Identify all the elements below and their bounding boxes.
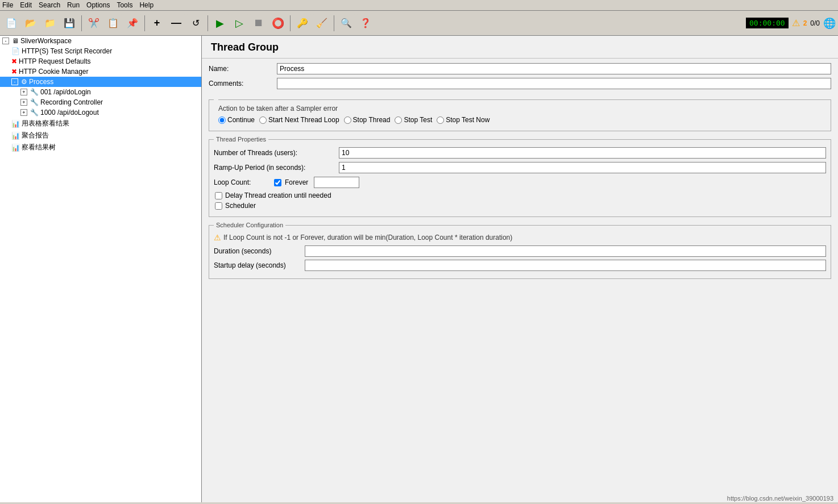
tree-result-label: 察看结果树 bbox=[22, 143, 56, 152]
expand-recording[interactable]: + bbox=[20, 99, 27, 106]
tree-item-table[interactable]: 📊 用表格察看结果 bbox=[0, 118, 201, 130]
duration-row: Duration (seconds) bbox=[214, 245, 826, 257]
menu-options[interactable]: Options bbox=[86, 1, 110, 9]
toolbar: 📄 📂 📁 💾 ✂️ 📋 📌 + — ↺ ▶ ▷ ⏹ ⭕ 🔑 🧹 🔍 ❓ 00:… bbox=[0, 11, 838, 36]
scheduler-note: ⚠ If Loop Count is not -1 or Forever, du… bbox=[214, 233, 826, 242]
tree-item-aggregate[interactable]: 📊 聚合报告 bbox=[0, 130, 201, 141]
expand-process[interactable]: - bbox=[11, 78, 18, 85]
startup-delay-label: Startup delay (seconds) bbox=[214, 261, 305, 269]
reset-button[interactable]: ↺ bbox=[186, 14, 205, 32]
copy-button[interactable]: 📋 bbox=[104, 14, 122, 32]
help-button[interactable]: ❓ bbox=[356, 14, 375, 32]
menu-search[interactable]: Search bbox=[39, 1, 60, 9]
comments-input[interactable] bbox=[277, 78, 831, 89]
tree-item-recording[interactable]: + 🔧 Recording Controller bbox=[0, 97, 201, 107]
menu-help[interactable]: Help bbox=[139, 1, 154, 9]
loop-count-label: Loop Count: bbox=[214, 178, 271, 186]
start-button[interactable]: ▶ bbox=[211, 14, 229, 32]
content-panel: Thread Group Name: Comments: Action to b… bbox=[202, 36, 838, 502]
radio-continue-label: Continue bbox=[227, 116, 255, 124]
name-input[interactable] bbox=[277, 63, 831, 74]
open-button[interactable]: 📂 bbox=[22, 14, 40, 32]
tree-item-tree-result[interactable]: 📊 察看结果树 bbox=[0, 141, 201, 153]
radio-group: Continue Start Next Thread Loop Stop Thr… bbox=[214, 114, 826, 127]
sampler-error-fieldset: Action to be taken after a Sampler error… bbox=[209, 99, 831, 131]
radio-start-next-label: Start Next Thread Loop bbox=[268, 116, 339, 124]
tree-item-http-recorder[interactable]: 📄 HTTP(S) Test Script Recorder bbox=[0, 46, 201, 56]
add-button[interactable]: + bbox=[148, 14, 166, 32]
tree-item-root[interactable]: - 🖥 SliverWorkspace bbox=[0, 36, 201, 46]
cut-button[interactable]: ✂️ bbox=[85, 14, 103, 32]
main-layout: - 🖥 SliverWorkspace 📄 HTTP(S) Test Scrip… bbox=[0, 36, 838, 502]
stop-button[interactable]: ⏹ bbox=[250, 14, 268, 32]
tree-item-http-defaults[interactable]: ✖ HTTP Request Defaults bbox=[0, 56, 201, 66]
paste-button[interactable]: 📌 bbox=[123, 14, 142, 32]
start-no-pause-button[interactable]: ▷ bbox=[230, 14, 248, 32]
name-section: Name: Comments: bbox=[202, 59, 838, 97]
tree-item-process[interactable]: - ⚙ Process bbox=[0, 77, 201, 87]
save-button[interactable]: 💾 bbox=[60, 14, 78, 32]
radio-stop-test-now[interactable]: Stop Test Now bbox=[437, 116, 489, 124]
warning-count: 2 bbox=[803, 19, 807, 27]
duration-label: Duration (seconds) bbox=[214, 247, 305, 255]
loop-count-input[interactable] bbox=[314, 177, 359, 188]
loop-forever-checkbox[interactable] bbox=[274, 179, 281, 186]
scheduler-label: Scheduler bbox=[225, 202, 256, 210]
radio-continue[interactable]: Continue bbox=[218, 116, 255, 124]
warning-icon: ⚠ bbox=[792, 18, 800, 28]
remove-button[interactable]: — bbox=[167, 14, 185, 32]
http-cookie-label: HTTP Cookie Manager bbox=[19, 68, 89, 76]
startup-delay-input[interactable] bbox=[305, 260, 826, 271]
delay-thread-row: Delay Thread creation until needed bbox=[214, 191, 826, 199]
thread-props-legend: Thread Properties bbox=[214, 136, 268, 143]
login-icon: 🔧 bbox=[30, 88, 39, 96]
sep5 bbox=[334, 15, 334, 31]
globe-icon: 🌐 bbox=[823, 17, 836, 30]
comments-row: Comments: bbox=[209, 78, 831, 89]
num-threads-row: Number of Threads (users): bbox=[214, 147, 826, 159]
radio-stop-test-label: Stop Test bbox=[404, 116, 432, 124]
ramp-up-input[interactable] bbox=[339, 162, 826, 173]
expand-root[interactable]: - bbox=[2, 38, 9, 44]
num-threads-input[interactable] bbox=[339, 147, 826, 159]
radio-start-next[interactable]: Start Next Thread Loop bbox=[259, 116, 339, 124]
new-button[interactable]: 📄 bbox=[2, 14, 20, 32]
thread-props-fieldset: Thread Properties Number of Threads (use… bbox=[209, 136, 831, 217]
menu-edit[interactable]: Edit bbox=[20, 1, 32, 9]
clear-button[interactable]: 🧹 bbox=[313, 14, 331, 32]
radio-stop-thread-label: Stop Thread bbox=[353, 116, 391, 124]
scheduler-config-legend: Scheduler Configuration bbox=[214, 222, 285, 228]
tree-item-logout[interactable]: + 🔧 1000 /api/doLogout bbox=[0, 107, 201, 118]
search-button[interactable]: 🔍 bbox=[337, 14, 355, 32]
aggregate-icon: 📊 bbox=[11, 132, 20, 140]
tree-item-login[interactable]: + 🔧 001 /api/doLogin bbox=[0, 87, 201, 97]
sep4 bbox=[290, 15, 291, 31]
radio-stop-test-now-label: Stop Test Now bbox=[446, 116, 489, 124]
process-icon: ⚙ bbox=[21, 78, 27, 86]
tree-item-http-cookie[interactable]: ✖ HTTP Cookie Manager bbox=[0, 66, 201, 77]
shutdown-button[interactable]: ⭕ bbox=[269, 14, 287, 32]
close-button[interactable]: 📁 bbox=[41, 14, 59, 32]
scheduler-checkbox[interactable] bbox=[215, 202, 222, 210]
scheduler-row: Scheduler bbox=[214, 202, 826, 210]
duration-input[interactable] bbox=[305, 245, 826, 257]
tree-result-icon: 📊 bbox=[11, 144, 20, 152]
ramp-up-label: Ramp-Up Period (in seconds): bbox=[214, 164, 339, 172]
delay-thread-label: Delay Thread creation until needed bbox=[225, 191, 331, 199]
menu-run[interactable]: Run bbox=[67, 1, 80, 9]
scheduler-config-fieldset: Scheduler Configuration ⚠ If Loop Count … bbox=[209, 222, 831, 279]
sep1 bbox=[81, 15, 82, 31]
table-icon: 📊 bbox=[11, 120, 20, 128]
menu-tools[interactable]: Tools bbox=[117, 1, 132, 9]
radio-stop-thread[interactable]: Stop Thread bbox=[344, 116, 391, 124]
http-recorder-icon: 📄 bbox=[11, 47, 20, 55]
ssl-manager-button[interactable]: 🔑 bbox=[293, 14, 312, 32]
logout-icon: 🔧 bbox=[30, 109, 39, 116]
radio-stop-test[interactable]: Stop Test bbox=[395, 116, 432, 124]
delay-thread-checkbox[interactable] bbox=[215, 192, 222, 199]
expand-login[interactable]: + bbox=[20, 89, 27, 95]
workspace-label: SliverWorkspace bbox=[20, 37, 72, 45]
process-label: Process bbox=[29, 78, 53, 86]
menu-file[interactable]: File bbox=[2, 1, 13, 9]
expand-logout[interactable]: + bbox=[20, 109, 27, 116]
